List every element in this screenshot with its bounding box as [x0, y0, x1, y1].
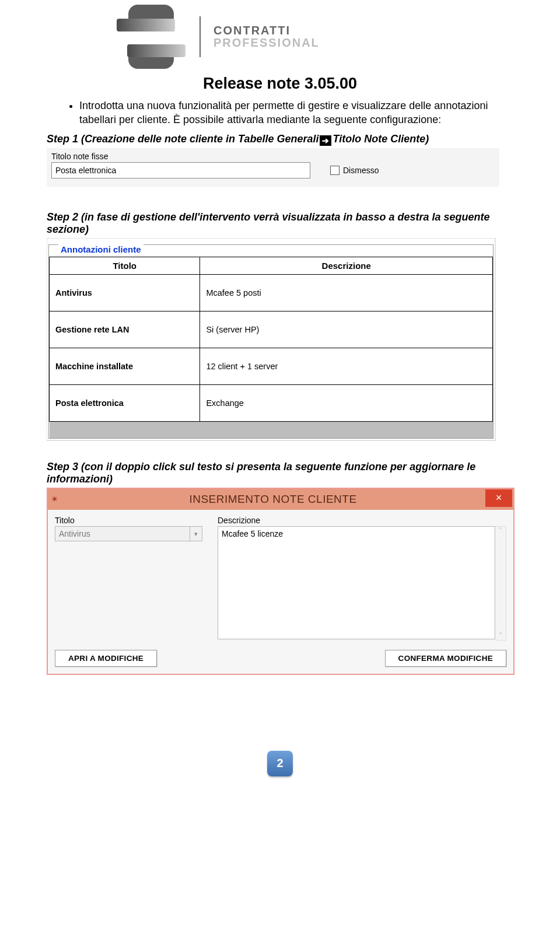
step1-heading: Step 1 (Creazione delle note cliente in … — [47, 133, 513, 146]
table-row[interactable]: Posta elettronica Exchange — [50, 384, 493, 421]
step1-suffix: Titolo Note Cliente) — [332, 133, 429, 145]
screenshot-step3: ✴ INSERIMENTO NOTE CLIENTE × Titolo ▾ De… — [47, 488, 514, 675]
cell-descrizione: 12 client + 1 server — [200, 348, 493, 384]
table-row[interactable]: Macchine installate 12 client + 1 server — [50, 348, 493, 384]
descrizione-label: Descrizione — [218, 516, 506, 525]
brand-logo-text: CONTRATTI PROFESSIONAL — [214, 24, 320, 49]
table-row[interactable]: Antivirus Mcafee 5 posti — [50, 274, 493, 311]
step3-heading: Step 3 (con il doppio click sul testo si… — [47, 461, 513, 485]
apri-a-modifiche-button[interactable]: APRI A MODIFICHE — [55, 650, 157, 667]
scroll-up-icon: ˄ — [499, 527, 502, 535]
cell-titolo: Posta elettronica — [50, 384, 200, 421]
step2-heading: Step 2 (in fase di gestione dell'interve… — [47, 211, 513, 236]
close-button[interactable]: × — [485, 489, 512, 507]
titolo-combobox[interactable]: ▾ — [55, 526, 202, 541]
intro-bullet-list: Introdotta una nuova funzionalità per pe… — [47, 99, 513, 127]
dialog-title: INSERIMENTO NOTE CLIENTE — [61, 493, 485, 506]
checkbox-box-icon — [330, 166, 340, 175]
dismesso-checkbox[interactable]: Dismesso — [330, 166, 379, 175]
brand-line1: CONTRATTI — [214, 24, 320, 37]
titolo-label: Titolo — [55, 516, 202, 525]
cell-descrizione: Mcafee 5 posti — [200, 274, 493, 311]
screenshot-step2: Annotazioni cliente Titolo Descrizione A… — [47, 238, 496, 441]
page-footer: 2 — [47, 751, 513, 776]
logo-divider — [200, 16, 201, 57]
cell-titolo: Gestione rete LAN — [50, 311, 200, 348]
dismesso-label: Dismesso — [343, 166, 379, 175]
screenshot-step1: Titolo note fisse Dismesso — [47, 148, 499, 187]
table-row[interactable]: Gestione rete LAN Si (server HP) — [50, 311, 493, 348]
arrow-right-icon: ➔ — [320, 135, 331, 146]
scroll-down-icon: ˅ — [499, 632, 502, 640]
chevron-down-icon: ▾ — [190, 526, 202, 541]
annotazioni-table: Titolo Descrizione Antivirus Mcafee 5 po… — [49, 257, 493, 438]
dialog-app-icon: ✴ — [48, 494, 61, 505]
brand-logo-mark — [117, 5, 187, 69]
cell-descrizione: Exchange — [200, 384, 493, 421]
titolo-note-fisse-label: Titolo note fisse — [51, 152, 495, 161]
dialog-titlebar: ✴ INSERIMENTO NOTE CLIENTE × — [48, 489, 513, 510]
page-title: Release note 3.05.00 — [47, 75, 513, 93]
annotazioni-legend: Annotazioni cliente — [58, 244, 144, 254]
intro-bullet: Introdotta una nuova funzionalità per pe… — [79, 99, 513, 127]
cell-titolo: Macchine installate — [50, 348, 200, 384]
titolo-note-fisse-input[interactable] — [51, 162, 310, 178]
col-titolo-header: Titolo — [50, 257, 200, 274]
titolo-combobox-input[interactable] — [55, 526, 190, 541]
page-number-badge: 2 — [267, 751, 293, 776]
cell-descrizione: Si (server HP) — [200, 311, 493, 348]
descrizione-textarea[interactable] — [218, 526, 495, 639]
step1-prefix: Step 1 (Creazione delle note cliente in … — [47, 133, 318, 145]
table-spacer — [50, 421, 493, 438]
textarea-scrollbar[interactable]: ˄ ˅ — [495, 526, 506, 640]
col-descrizione-header: Descrizione — [200, 257, 493, 274]
close-icon: × — [496, 492, 502, 503]
document-header: CONTRATTI PROFESSIONAL — [117, 0, 513, 69]
cell-titolo: Antivirus — [50, 274, 200, 311]
conferma-modifiche-button[interactable]: CONFERMA MODIFICHE — [385, 650, 506, 667]
brand-line2: PROFESSIONAL — [214, 37, 320, 49]
